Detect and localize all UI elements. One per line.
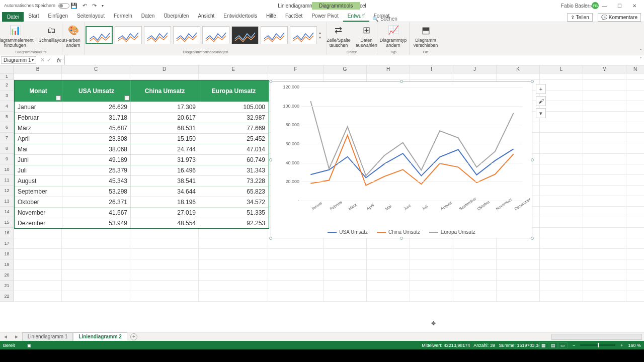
record-macro-icon[interactable]: ▣ (27, 343, 32, 348)
change-colors-button[interactable]: 🎨Farben ändern (64, 23, 82, 49)
sheet-nav-next-icon[interactable]: ► (11, 334, 22, 339)
chart-style-4[interactable] (173, 26, 200, 44)
column-header-N[interactable]: N (626, 65, 644, 73)
worksheet[interactable]: BCDEFGHIJKLMN 12345678910111213141516171… (0, 65, 644, 332)
comments-button[interactable]: 💬Kommentare (598, 13, 641, 22)
row-header-22[interactable]: 22 (0, 291, 14, 302)
row-header-2[interactable]: 2 (0, 80, 14, 90)
maximize-icon[interactable]: ☐ (612, 1, 627, 11)
row-header-11[interactable]: 11 (0, 175, 14, 186)
ribbon-tab-ansicht[interactable]: Ansicht (193, 11, 219, 22)
ribbon-tab-factset[interactable]: FactSet (281, 11, 307, 22)
row-header-9[interactable]: 9 (0, 154, 14, 164)
column-header-C[interactable]: C (62, 65, 130, 73)
ribbon-tab-daten[interactable]: Daten (137, 11, 159, 22)
row-header-10[interactable]: 10 (0, 164, 14, 175)
chevron-down-icon[interactable]: ▾ (32, 58, 34, 62)
row-header-19[interactable]: 19 (0, 259, 14, 270)
ribbon-tab-start[interactable]: Start (24, 11, 43, 22)
horizontal-scrollbar[interactable] (551, 334, 642, 340)
row-header-13[interactable]: 13 (0, 196, 14, 207)
share-button[interactable]: ⇪Teilen (567, 13, 593, 22)
row-header-6[interactable]: 6 (0, 122, 14, 133)
ribbon-tab-power pivot[interactable]: Power Pivot (307, 11, 343, 22)
row-header-5[interactable]: 5 (0, 112, 14, 122)
zoom-level[interactable]: 160 % (628, 343, 641, 348)
column-header-G[interactable]: G (324, 65, 367, 73)
redo-icon[interactable]: ↷ (92, 3, 97, 9)
switch-row-column-button[interactable]: ⇄Zeile/Spalte tauschen (325, 23, 352, 49)
row-header-18[interactable]: 18 (0, 249, 14, 259)
column-header-E[interactable]: E (199, 65, 268, 73)
chart-style-3[interactable] (144, 26, 171, 44)
ribbon-tab-entwurf[interactable]: Entwurf (343, 11, 369, 22)
collapse-ribbon-icon[interactable]: ˄ (639, 48, 642, 54)
undo-icon[interactable]: ↶ (83, 3, 87, 9)
zoom-slider[interactable] (580, 344, 615, 346)
ribbon-tab-überprüfen[interactable]: Überprüfen (159, 11, 193, 22)
select-all-corner[interactable] (0, 65, 14, 73)
data-table[interactable]: Monat▾USA Umsatz▾China UmsatzEuropa Umsa… (14, 80, 269, 229)
row-header-12[interactable]: 12 (0, 186, 14, 196)
chart-object[interactable]: + 🖌 ▾ -20.00040.00060.00080.000100.00012… (271, 81, 532, 238)
fx-icon[interactable]: fx (54, 57, 64, 63)
add-sheet-button[interactable]: + (130, 333, 137, 340)
formula-bar[interactable]: ˅ (64, 55, 644, 65)
sheet-nav-prev-icon[interactable]: ◄ (0, 334, 11, 339)
column-header-L[interactable]: L (540, 65, 583, 73)
chart-elements-icon[interactable]: + (536, 84, 546, 94)
close-icon[interactable]: ✕ (627, 1, 642, 11)
legend-item[interactable]: China Umsatz (377, 229, 420, 235)
expand-formula-icon[interactable]: ˅ (639, 56, 642, 62)
ribbon-tab-formeln[interactable]: Formeln (109, 11, 137, 22)
add-chart-element-button[interactable]: 📊Diagrammelement hinzufügen (0, 23, 35, 49)
chart-style-7[interactable] (261, 26, 288, 44)
column-header-M[interactable]: M (583, 65, 626, 73)
sheet-tab[interactable]: Liniendiagramm 2 (73, 332, 127, 341)
chart-style-1[interactable] (86, 26, 113, 44)
row-header-4[interactable]: 4 (0, 101, 14, 112)
row-header-8[interactable]: 8 (0, 143, 14, 154)
row-header-7[interactable]: 7 (0, 133, 14, 143)
minimize-icon[interactable]: — (597, 1, 612, 11)
row-header-1[interactable]: 1 (0, 73, 14, 80)
row-header-21[interactable]: 21 (0, 281, 14, 291)
ribbon-options-icon[interactable]: ▭ (582, 1, 597, 11)
save-icon[interactable]: 💾 (70, 3, 77, 9)
legend-item[interactable]: Europa Umsatz (429, 229, 475, 235)
chart-filter-icon[interactable]: ▾ (536, 108, 546, 118)
chart-style-2[interactable] (115, 26, 142, 44)
enter-formula-icon[interactable]: ✓ (47, 57, 51, 63)
chart-style-6[interactable] (231, 26, 259, 44)
row-header-16[interactable]: 16 (0, 228, 14, 238)
ribbon-tab-einfügen[interactable]: Einfügen (43, 11, 72, 22)
sheet-tab[interactable]: Liniendiagramm 1 (22, 332, 73, 341)
qat-customize-icon[interactable]: ▾ (102, 4, 104, 8)
chart-style-5[interactable] (202, 26, 229, 44)
plot-area[interactable] (301, 87, 523, 200)
move-chart-button[interactable]: ⬒Diagramm verschieben (412, 23, 440, 49)
chart-styles-icon[interactable]: 🖌 (536, 96, 546, 106)
row-header-17[interactable]: 17 (0, 238, 14, 249)
name-box[interactable]: Diagramm 1▾ (1, 56, 36, 64)
ribbon-tab-hilfe[interactable]: Hilfe (262, 11, 281, 22)
ribbon-tab-seitenlayout[interactable]: Seitenlayout (72, 11, 109, 22)
column-header-J[interactable]: J (453, 65, 497, 73)
row-header-3[interactable]: 3 (0, 90, 14, 101)
change-chart-type-button[interactable]: 📈Diagrammtyp ändern (378, 23, 409, 49)
column-header-F[interactable]: F (268, 65, 324, 73)
column-header-I[interactable]: I (410, 65, 453, 73)
view-switcher[interactable]: ▦▤▭ (539, 342, 568, 348)
cancel-formula-icon[interactable]: ✕ (40, 57, 45, 63)
chart-style-8[interactable] (290, 26, 317, 44)
row-header-15[interactable]: 15 (0, 217, 14, 228)
column-header-B[interactable]: B (14, 65, 62, 73)
column-header-D[interactable]: D (130, 65, 199, 73)
ribbon-tab-entwicklertools[interactable]: Entwicklertools (219, 11, 262, 22)
chart-legend[interactable]: USA UmsatzChina UmsatzEuropa Umsatz (271, 229, 532, 235)
zoom-in-icon[interactable]: + (620, 343, 623, 348)
file-tab[interactable]: Datei (2, 12, 24, 22)
tell-me-search[interactable]: 🔍 Suchen (372, 16, 397, 22)
column-header-K[interactable]: K (497, 65, 540, 73)
column-header-H[interactable]: H (367, 65, 410, 73)
